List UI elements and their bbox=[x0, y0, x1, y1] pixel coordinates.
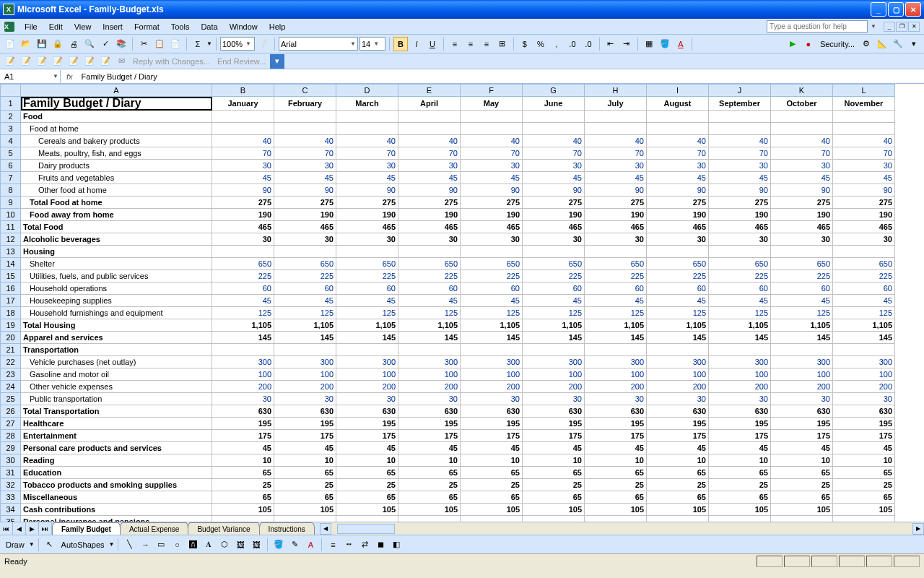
cell-C17[interactable]: 45 bbox=[274, 295, 336, 307]
cell-H4[interactable]: 40 bbox=[585, 135, 647, 147]
cell-C33[interactable]: 65 bbox=[274, 491, 336, 504]
cell-D20[interactable]: 145 bbox=[336, 332, 398, 344]
cell-K12[interactable]: 30 bbox=[771, 233, 833, 246]
cell-C35[interactable] bbox=[274, 516, 336, 522]
row-header-11[interactable]: 11 bbox=[1, 221, 21, 233]
cell-K33[interactable]: 65 bbox=[771, 491, 833, 504]
cell-H11[interactable]: 465 bbox=[585, 221, 647, 233]
cell-F30[interactable]: 10 bbox=[461, 454, 523, 467]
cell-I28[interactable]: 175 bbox=[647, 430, 709, 442]
cell-J24[interactable]: 200 bbox=[709, 381, 771, 393]
cell-I4[interactable]: 40 bbox=[647, 135, 709, 147]
cell-C23[interactable]: 100 bbox=[274, 368, 336, 381]
close-button[interactable]: ✕ bbox=[905, 2, 921, 17]
cell-E7[interactable]: 45 bbox=[398, 172, 461, 184]
cell-D22[interactable]: 300 bbox=[336, 356, 398, 368]
cell-J2[interactable] bbox=[709, 111, 771, 123]
cell-H2[interactable] bbox=[585, 111, 647, 123]
cell-A23[interactable]: Gasoline and motor oil bbox=[21, 368, 212, 381]
cell-C2[interactable] bbox=[274, 111, 336, 123]
cell-B17[interactable]: 45 bbox=[212, 295, 274, 307]
cell-K16[interactable]: 60 bbox=[771, 282, 833, 295]
cell-K31[interactable]: 65 bbox=[771, 467, 833, 479]
cell-B23[interactable]: 100 bbox=[212, 368, 274, 381]
cell-K22[interactable]: 300 bbox=[771, 356, 833, 368]
cell-F9[interactable]: 275 bbox=[461, 197, 523, 209]
cell-F6[interactable]: 30 bbox=[461, 160, 523, 172]
cell-E22[interactable]: 300 bbox=[398, 356, 461, 368]
cell-C24[interactable]: 200 bbox=[274, 381, 336, 393]
cell-H27[interactable]: 195 bbox=[585, 418, 647, 430]
cell-K35[interactable] bbox=[771, 516, 833, 522]
cell-D24[interactable]: 200 bbox=[336, 381, 398, 393]
cell-F29[interactable]: 45 bbox=[461, 442, 523, 454]
cell-K20[interactable]: 145 bbox=[771, 332, 833, 344]
cell-A2[interactable]: Food bbox=[21, 111, 212, 123]
cell-F32[interactable]: 25 bbox=[461, 479, 523, 491]
cell-A16[interactable]: Household operations bbox=[21, 282, 212, 295]
cell-E14[interactable]: 650 bbox=[398, 258, 461, 270]
cell-E2[interactable] bbox=[398, 111, 461, 123]
menu-window[interactable]: Window bbox=[224, 21, 263, 33]
line-icon[interactable]: ╲ bbox=[122, 538, 136, 552]
cell-E19[interactable]: 1,105 bbox=[398, 319, 461, 332]
cell-K23[interactable]: 100 bbox=[771, 368, 833, 381]
cell-F11[interactable]: 465 bbox=[461, 221, 523, 233]
row-header-6[interactable]: 6 bbox=[1, 160, 21, 172]
cell-K24[interactable]: 200 bbox=[771, 381, 833, 393]
cell-E27[interactable]: 195 bbox=[398, 418, 461, 430]
menu-help[interactable]: Help bbox=[263, 21, 292, 33]
cell-E11[interactable]: 465 bbox=[398, 221, 461, 233]
column-header-I[interactable]: I bbox=[647, 85, 709, 97]
cell-D11[interactable]: 465 bbox=[336, 221, 398, 233]
row-header-3[interactable]: 3 bbox=[1, 123, 21, 135]
cell-K32[interactable]: 25 bbox=[771, 479, 833, 491]
row-header-31[interactable]: 31 bbox=[1, 467, 21, 479]
cell-K25[interactable]: 30 bbox=[771, 393, 833, 405]
cell-H6[interactable]: 30 bbox=[585, 160, 647, 172]
cell-F15[interactable]: 225 bbox=[461, 270, 523, 282]
cell-B27[interactable]: 195 bbox=[212, 418, 274, 430]
cell-F22[interactable]: 300 bbox=[461, 356, 523, 368]
vba-icon[interactable]: ⚙ bbox=[859, 37, 873, 51]
sheet-tab-actual-expense[interactable]: Actual Expense bbox=[120, 522, 189, 535]
cell-J21[interactable] bbox=[709, 344, 771, 356]
row-header-26[interactable]: 26 bbox=[1, 405, 21, 418]
cell-J4[interactable]: 40 bbox=[709, 135, 771, 147]
increase-decimal-icon[interactable]: .0 bbox=[565, 37, 580, 51]
fill-color-draw-icon[interactable]: 🪣 bbox=[271, 538, 286, 552]
cell-L24[interactable]: 200 bbox=[833, 381, 895, 393]
cell-L26[interactable]: 630 bbox=[833, 405, 895, 418]
textbox-icon[interactable]: 🅰 bbox=[186, 538, 200, 552]
maximize-button[interactable]: ▢ bbox=[888, 2, 904, 17]
cell-F5[interactable]: 70 bbox=[461, 147, 523, 160]
print-preview-icon[interactable]: 🔍 bbox=[82, 37, 97, 51]
cell-G28[interactable]: 175 bbox=[523, 430, 585, 442]
cell-J20[interactable]: 145 bbox=[709, 332, 771, 344]
cell-B22[interactable]: 300 bbox=[212, 356, 274, 368]
cell-H15[interactable]: 225 bbox=[585, 270, 647, 282]
cell-C26[interactable]: 630 bbox=[274, 405, 336, 418]
row-header-24[interactable]: 24 bbox=[1, 381, 21, 393]
cell-K2[interactable] bbox=[771, 111, 833, 123]
cell-K34[interactable]: 105 bbox=[771, 504, 833, 516]
cell-C8[interactable]: 90 bbox=[274, 184, 336, 197]
cell-B33[interactable]: 65 bbox=[212, 491, 274, 504]
cell-J9[interactable]: 275 bbox=[709, 197, 771, 209]
cell-C13[interactable] bbox=[274, 246, 336, 258]
cell-C28[interactable]: 175 bbox=[274, 430, 336, 442]
cell-D12[interactable]: 30 bbox=[336, 233, 398, 246]
cell-H10[interactable]: 190 bbox=[585, 209, 647, 221]
cell-J3[interactable] bbox=[709, 123, 771, 135]
zoom-combo[interactable]: 100%▼ bbox=[220, 37, 255, 51]
cell-D29[interactable]: 45 bbox=[336, 442, 398, 454]
cell-D16[interactable]: 60 bbox=[336, 282, 398, 295]
select-objects-icon[interactable]: ↖ bbox=[43, 538, 57, 552]
cell-J25[interactable]: 30 bbox=[709, 393, 771, 405]
cell-B25[interactable]: 30 bbox=[212, 393, 274, 405]
cell-F24[interactable]: 200 bbox=[461, 381, 523, 393]
review-icon-4[interactable]: 📝 bbox=[51, 54, 65, 69]
cell-K8[interactable]: 90 bbox=[771, 184, 833, 197]
cell-J19[interactable]: 1,105 bbox=[709, 319, 771, 332]
cell-D27[interactable]: 195 bbox=[336, 418, 398, 430]
